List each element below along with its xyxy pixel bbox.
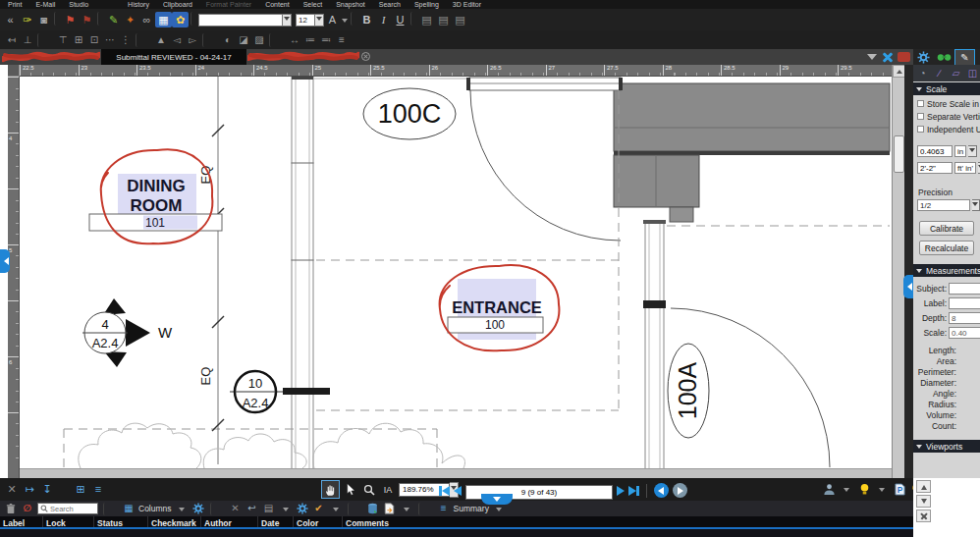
menu-item[interactable]: Studio [69,0,88,9]
first-page-button[interactable] [439,486,450,496]
font-size-caret-icon[interactable] [315,14,324,27]
volume-tool-icon[interactable]: ◫ [965,67,980,81]
status-settings-button[interactable] [296,503,309,515]
measurement-input[interactable] [949,312,980,324]
column-header[interactable]: Date [257,516,293,527]
align-left-icon[interactable]: ▤ [418,12,435,27]
scale-display-unit-select[interactable]: ft' in' [954,162,976,174]
menu-item[interactable]: E-Mail [35,0,55,9]
column-header[interactable]: Author [200,516,257,527]
search-input[interactable] [50,505,95,513]
active-document-tab[interactable]: Submittal REVIEWED - 04-24-17 [101,49,246,65]
import-markups-button[interactable] [366,503,380,515]
outline-list-icon[interactable]: ≡ [334,33,350,47]
last-page-button[interactable] [628,486,639,496]
drawing-canvas[interactable]: 22.52323.52424.52525.52626.52727.52828.5… [8,65,904,478]
flower-image-icon[interactable]: ✿ [172,12,189,27]
column-header[interactable]: Color [293,516,342,527]
right-panel-collapse-handle[interactable] [903,275,913,298]
flag-a-icon[interactable]: ⚑ [62,12,79,27]
column-header[interactable]: Checkmark [147,516,200,527]
camera-icon[interactable]: ◙ [35,12,52,27]
highlighter-icon[interactable]: ✎ [105,12,122,27]
area-tool-icon[interactable]: ▱ [949,67,963,81]
menu-item[interactable]: Clipboard [163,0,192,9]
markups-search[interactable] [37,503,98,514]
columns-settings-button[interactable] [191,503,205,515]
column-header[interactable]: Status [93,516,147,527]
tab-list-caret-icon[interactable] [867,54,877,65]
menu-item[interactable]: Format Painter [206,0,251,9]
precision-caret-icon[interactable] [972,199,980,211]
checkbox-icon[interactable] [917,126,924,133]
measurement-input[interactable] [949,283,980,295]
close-view-icon[interactable]: ✕ [4,481,20,497]
flip-vertical-icon[interactable]: ▲ [153,33,169,47]
panel-scroll-down-button[interactable] [916,495,931,508]
pdf-standard-button[interactable]: P [892,481,907,497]
font-family-caret-icon[interactable] [283,14,292,27]
viewports-section-header[interactable]: Viewports [913,440,980,453]
zoom-tool-button[interactable] [361,482,377,498]
recalculate-button[interactable]: Recalculate [919,241,974,255]
bottom-panel-expand-handle[interactable] [481,494,513,505]
scale-checkbox[interactable]: Separate Vertica [913,110,980,123]
columns-button[interactable]: Columns [138,504,172,513]
previous-page-button[interactable] [454,486,462,496]
left-panel-collapse-handle[interactable] [0,249,10,273]
precision-select[interactable]: 1/2 [917,199,970,211]
font-family-select[interactable] [198,14,283,27]
column-header[interactable]: Comments [342,516,913,527]
hatch-icon[interactable]: ▨ [251,33,267,47]
clear-filter-button[interactable]: ∅ [21,503,34,515]
align-bottom-icon[interactable]: ⊥ [20,33,35,47]
close-document-icon[interactable] [882,51,894,63]
summary-list-icon[interactable]: ≡ [437,503,451,515]
numbered-list-icon[interactable]: ≕ [318,33,334,47]
scale-unit-caret-icon[interactable] [968,145,977,157]
checkmark-status-button[interactable]: ✔ [312,503,326,515]
image-icon[interactable]: ▦ [155,12,172,27]
scale-checkbox[interactable]: Independent Uni [913,123,980,135]
reply-button[interactable]: ↩ [245,503,259,515]
underline-icon[interactable]: U [392,12,408,27]
paperclip-icon[interactable]: ∞ [138,12,155,27]
align-edge-icon[interactable]: ↤ [4,33,20,47]
select-text-button[interactable]: ΙA [380,482,396,498]
split-horizontal-icon[interactable]: ↧ [39,481,55,497]
menu-item[interactable]: History [128,0,149,9]
opacity-icon[interactable]: ◐ [220,33,236,47]
protractor-icon[interactable]: ◔ [915,67,930,81]
spacing-v-icon[interactable]: ⋮ [118,33,134,47]
italic-icon[interactable]: I [375,12,392,27]
measure-tab[interactable]: ✎ [954,49,975,65]
delete-reply-icon[interactable]: ✕ [229,503,243,515]
stamp-icon[interactable]: ✦ [122,12,138,27]
menu-item[interactable]: Search [379,0,401,9]
menu-item[interactable]: 3D Editor [453,0,481,9]
spacing-h-icon[interactable]: ⋯ [102,33,118,47]
scale-value-input[interactable] [917,145,953,157]
next-view-button[interactable] [673,483,687,498]
length-tool-icon[interactable]: ∕ [932,67,947,81]
menu-item[interactable]: Snapshot [336,0,365,9]
center-page-icon[interactable]: ⊞ [71,33,86,47]
flip-left-icon[interactable]: ◅ [169,33,185,47]
export-markups-button[interactable] [383,503,397,515]
summary-button[interactable]: Summary [454,504,489,513]
document-lamp-button[interactable] [856,481,872,497]
scale-display-input[interactable] [917,162,953,174]
fit-width-icon[interactable]: ≡ [90,481,106,497]
menu-item[interactable]: Print [8,0,22,9]
calibrate-button[interactable]: Calibrate [919,221,974,236]
font-size-select[interactable]: 12 [296,14,315,27]
pan-tool-button[interactable] [321,480,340,499]
menu-item[interactable]: Content [265,0,290,9]
menu-item[interactable]: Select [303,0,322,9]
dimension-arrow-icon[interactable]: ↔ [287,33,302,47]
bold-icon[interactable]: B [358,12,375,27]
vertical-scrollbar[interactable] [892,65,904,478]
columns-grid-icon[interactable]: ▦ [122,503,136,515]
search-tab[interactable] [934,49,954,65]
collapse-icon[interactable]: « [2,12,19,27]
